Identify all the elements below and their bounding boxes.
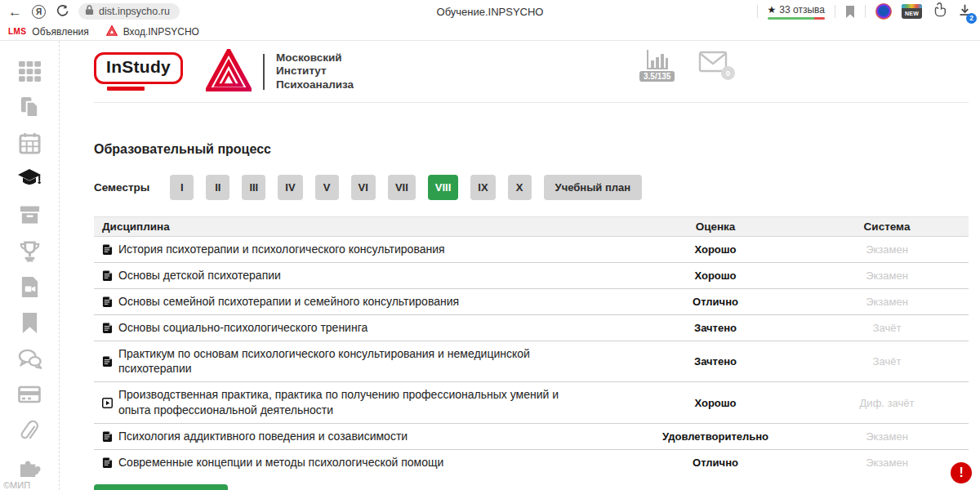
messages-widget[interactable]: 0 <box>698 51 728 76</box>
grid-icon[interactable] <box>17 59 42 83</box>
discipline-name: Современные концепции и методы психологи… <box>118 455 476 470</box>
table-row[interactable]: Основы семейной психотерапии и семейного… <box>94 289 969 315</box>
grade-value: Отлично <box>626 457 805 469</box>
grade-value: Зачтено <box>626 322 805 334</box>
bookmark-flag-icon[interactable] <box>845 6 855 18</box>
page-title: Образовательный процесс <box>94 142 969 157</box>
semester-buttons: IIIIIIIVVVIVIIVIIIIXX <box>170 175 531 200</box>
credit-card-icon[interactable] <box>17 382 42 407</box>
address-bar[interactable]: dist.inpsycho.ru <box>78 3 180 20</box>
book-icon <box>102 457 113 468</box>
semester-selector: Семестры IIIIIIIVVVIVIIVIIIIXX Учебный п… <box>94 175 969 200</box>
archive-box-icon[interactable] <box>17 203 42 227</box>
discipline-name: Основы семейной психотерапии и семейного… <box>118 294 492 310</box>
new-badge-icon[interactable]: NEW <box>902 4 922 19</box>
site-reviews[interactable]: ★ 33 отзыва <box>768 4 825 20</box>
table-row[interactable]: Основы детской психотерапии Хорошо Экзам… <box>94 263 969 289</box>
graduation-cap-icon[interactable] <box>17 167 42 191</box>
table-row[interactable]: Практикум по основам психологического ко… <box>94 341 969 383</box>
header-discipline: Дисциплина <box>94 220 626 233</box>
grading-system: Экзамен <box>805 296 969 308</box>
extension-glove-icon[interactable] <box>932 2 948 21</box>
url-text: dist.inpsycho.ru <box>99 6 170 17</box>
header-system: Система <box>805 220 969 233</box>
gradebook-button[interactable]: Зачётная книжка <box>94 484 228 490</box>
reviews-count: 33 отзыва <box>779 4 825 16</box>
grading-system: Зачёт <box>805 355 969 368</box>
semester-button-II[interactable]: II <box>206 175 229 200</box>
bookmark-item-login[interactable]: Вход.INPSYCHO <box>123 26 199 38</box>
browser-logo-icon[interactable]: Я <box>32 5 46 19</box>
grade-value: Удовлетворительно <box>626 430 805 443</box>
table-row[interactable]: Психология аддиктивного поведения и соза… <box>94 424 969 450</box>
instudy-logo-text: InStudy <box>94 52 183 84</box>
download-count-badge: 2 <box>966 13 977 24</box>
page-tab-title: Обучение.INPSYCHO <box>437 0 544 23</box>
bookmark-item-announcements[interactable]: Объявления <box>32 26 88 38</box>
curriculum-button[interactable]: Учебный план <box>544 175 642 200</box>
alert-notification-icon[interactable]: ! <box>951 462 972 483</box>
discipline-name: Производственная практика, практика по п… <box>118 387 626 418</box>
bookmarks-bar: LMS Объявления Вход.INPSYCHO <box>0 23 980 41</box>
bar-chart-icon <box>645 48 670 70</box>
table-row[interactable]: Производственная практика, практика по п… <box>94 382 969 424</box>
table-row[interactable]: История психотерапии и психологического … <box>94 237 969 263</box>
star-icon: ★ <box>768 4 777 16</box>
site-header: InStudy Московский Институт Психоанализа <box>94 41 969 103</box>
table-header-row: Дисциплина Оценка Система <box>94 216 969 237</box>
grading-system: Экзамен <box>805 457 969 469</box>
mail-count-badge: 0 <box>721 66 735 80</box>
disciplines-table: Дисциплина Оценка Система История психот… <box>94 216 969 475</box>
paperclip-icon[interactable] <box>17 418 42 443</box>
instudy-logo-bar <box>107 87 145 91</box>
bookmark-icon[interactable] <box>17 310 42 335</box>
book-icon <box>102 244 113 255</box>
grading-system: Зачёт <box>805 322 969 334</box>
grade-value: Хорошо <box>626 397 805 409</box>
semesters-label: Семестры <box>94 181 149 194</box>
grade-value: Отлично <box>626 296 805 308</box>
table-body: История психотерапии и психологического … <box>94 237 969 475</box>
header-grade: Оценка <box>626 220 805 233</box>
semester-button-IX[interactable]: IX <box>470 175 495 200</box>
book-icon <box>102 431 113 442</box>
back-button[interactable]: ← <box>8 5 22 19</box>
book-icon <box>102 356 113 367</box>
semester-button-VII[interactable]: VII <box>388 175 416 200</box>
toolbar-separator <box>835 5 835 18</box>
puzzle-icon[interactable] <box>17 454 42 479</box>
book-icon <box>102 296 113 307</box>
trophy-icon[interactable] <box>17 238 42 263</box>
profile-avatar-icon[interactable] <box>875 3 892 20</box>
grading-system: Экзамен <box>805 243 969 256</box>
table-row[interactable]: Современные концепции и методы психологи… <box>94 450 969 475</box>
main-content: InStudy Московский Институт Психоанализа <box>60 41 980 490</box>
documents-icon[interactable] <box>17 95 42 119</box>
lms-logo: LMS <box>8 27 26 36</box>
instudy-logo[interactable]: InStudy <box>94 52 183 91</box>
institute-name: Московский Институт Психоанализа <box>276 51 354 91</box>
semester-button-III[interactable]: III <box>242 175 265 200</box>
semester-button-VIII[interactable]: VIII <box>428 175 459 200</box>
chat-icon[interactable] <box>17 346 42 371</box>
refresh-button[interactable] <box>56 4 69 20</box>
semester-button-I[interactable]: I <box>170 175 194 200</box>
discipline-name: Практикум по основам психологического ко… <box>118 346 626 377</box>
download-icon[interactable]: 2 <box>958 3 972 20</box>
table-row[interactable]: Основы социально-психологического тренин… <box>94 315 969 341</box>
semester-button-VI[interactable]: VI <box>351 175 376 200</box>
progress-stats-widget[interactable]: 3.5/135 <box>639 48 675 82</box>
grading-system: Экзамен <box>805 430 969 443</box>
semester-button-IV[interactable]: IV <box>278 175 302 200</box>
semester-button-X[interactable]: X <box>508 175 532 200</box>
grading-system: Диф. зачёт <box>805 397 969 409</box>
video-file-icon[interactable] <box>17 274 42 299</box>
mip-triangle-logo[interactable] <box>206 49 252 95</box>
calendar-icon[interactable] <box>17 131 42 155</box>
browser-chrome: ← Я dist.inpsycho.ru Обучение.INPSYCHO ★… <box>0 0 980 41</box>
grading-system: Экзамен <box>805 270 969 282</box>
book-icon <box>102 270 113 281</box>
semester-button-V[interactable]: V <box>315 175 339 200</box>
logo-divider <box>263 54 265 90</box>
toolbar-separator <box>757 5 758 18</box>
